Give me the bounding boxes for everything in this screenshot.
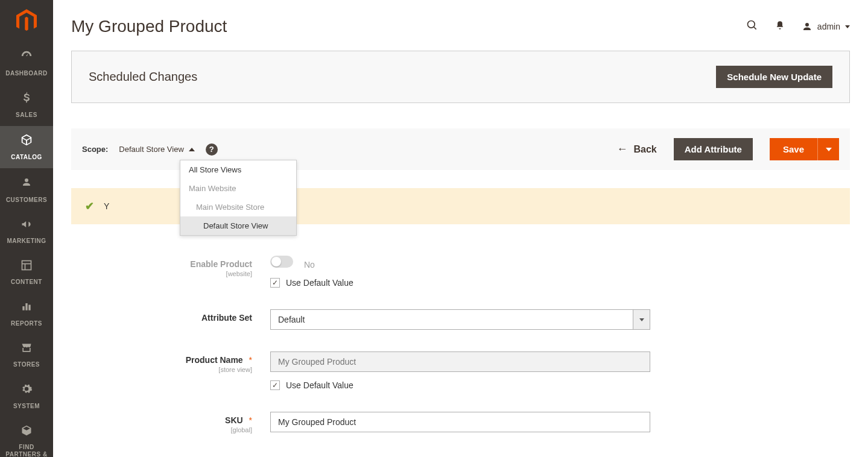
use-default-row: ✓ Use Default Value [270, 278, 650, 288]
sidebar-label: DASHBOARD [5, 70, 48, 77]
field-col [270, 309, 650, 330]
sku-scope: [global] [71, 426, 252, 433]
field-col [270, 412, 650, 432]
chevron-up-icon [189, 148, 195, 151]
sku-row: SKU * [global] [71, 412, 850, 433]
add-attribute-button[interactable]: Add Attribute [674, 138, 753, 160]
field-col: No ✓ Use Default Value [270, 256, 650, 288]
save-button-group: Save [770, 138, 839, 160]
attribute-set-row: Attribute Set [71, 309, 850, 330]
sidebar-item-stores[interactable]: STORES [0, 335, 53, 376]
sku-input[interactable] [270, 412, 650, 432]
save-button[interactable]: Save [770, 138, 817, 160]
actions-bar: Scope: Default Store View ? Back Add Att… [71, 128, 850, 170]
sidebar-label: CONTENT [11, 279, 42, 286]
back-label: Back [633, 144, 656, 155]
field-col: ✓ Use Default Value [270, 351, 650, 390]
scope-option-main-website-store: Main Website Store [180, 198, 296, 216]
required-indicator: * [249, 415, 252, 425]
label-col: SKU * [global] [71, 412, 270, 433]
sidebar-label: SALES [16, 112, 37, 119]
scope-selector[interactable]: Default Store View [119, 145, 194, 154]
search-icon[interactable] [746, 19, 758, 34]
sidebar-label: REPORTS [11, 320, 42, 327]
product-name-label: Product Name [186, 355, 243, 365]
chevron-down-icon [639, 318, 644, 321]
sidebar-item-sales[interactable]: SALES [0, 84, 53, 125]
sidebar-label: STORES [13, 361, 40, 368]
magento-icon [16, 9, 37, 33]
use-default-label: Use Default Value [286, 278, 353, 288]
right-actions: Back Add Attribute Save [616, 138, 839, 160]
sidebar-item-reports[interactable]: REPORTS [0, 293, 53, 334]
sidebar-item-marketing[interactable]: MARKETING [0, 211, 53, 252]
chevron-down-icon [845, 25, 850, 28]
admin-username: admin [817, 22, 840, 31]
sidebar-label: FIND PARTNERS & EXTENSIONS [2, 444, 51, 457]
product-name-row: Product Name * [store view] ✓ Use Defaul… [71, 351, 850, 390]
schedule-new-update-button[interactable]: Schedule New Update [716, 66, 832, 88]
banner-message: Y [104, 201, 109, 211]
magento-logo[interactable] [0, 0, 53, 42]
scope-label: Scope: [82, 145, 108, 154]
sidebar-label: MARKETING [7, 238, 46, 245]
attribute-set-input[interactable] [270, 309, 633, 330]
sidebar-label: SYSTEM [13, 403, 40, 410]
back-button[interactable]: Back [616, 143, 656, 156]
sidebar-item-partners[interactable]: FIND PARTNERS & EXTENSIONS [0, 417, 53, 457]
arrow-left-icon [616, 143, 627, 156]
scope-dropdown: All Store Views Main Website Main Websit… [180, 160, 297, 236]
enable-product-toggle[interactable] [270, 256, 293, 268]
sidebar-item-catalog[interactable]: CATALOG [0, 126, 53, 168]
dollar-icon [21, 92, 33, 107]
product-name-default-checkbox[interactable]: ✓ [270, 380, 280, 390]
main-content: My Grouped Product admin Scheduled Chang… [53, 0, 868, 457]
page-title: My Grouped Product [71, 17, 227, 36]
scheduled-changes-title: Scheduled Changes [89, 70, 197, 84]
svg-rect-4 [25, 303, 27, 310]
sidebar-label: CUSTOMERS [6, 197, 47, 204]
sidebar-item-content[interactable]: CONTENT [0, 252, 53, 293]
svg-rect-5 [28, 305, 30, 310]
svg-point-6 [747, 20, 755, 28]
admin-sidebar: DASHBOARD SALES CATALOG CUSTOMERS MARKET… [0, 0, 53, 457]
sidebar-item-customers[interactable]: CUSTOMERS [0, 168, 53, 210]
enable-product-default-checkbox[interactable]: ✓ [270, 278, 280, 288]
save-dropdown-toggle[interactable] [817, 138, 839, 160]
product-name-scope: [store view] [71, 366, 252, 373]
svg-rect-3 [22, 306, 24, 310]
sidebar-item-system[interactable]: SYSTEM [0, 376, 53, 417]
attribute-set-toggle[interactable] [633, 309, 650, 330]
label-col: Attribute Set [71, 309, 270, 323]
sku-label: SKU [225, 415, 243, 425]
bullhorn-icon [20, 218, 33, 234]
chevron-down-icon [826, 148, 832, 151]
person-icon [21, 175, 32, 192]
sidebar-item-dashboard[interactable]: DASHBOARD [0, 42, 53, 84]
product-name-input[interactable] [270, 351, 650, 372]
label-col: Product Name * [store view] [71, 351, 270, 373]
scope-wrap: Scope: Default Store View ? [82, 143, 218, 156]
enable-product-toggle-label: No [304, 260, 315, 269]
svg-rect-0 [22, 260, 31, 269]
attribute-set-select[interactable] [270, 309, 650, 330]
scope-option-all-store-views[interactable]: All Store Views [180, 160, 296, 179]
sidebar-label: CATALOG [11, 154, 42, 161]
help-icon[interactable]: ? [206, 143, 218, 156]
scope-option-default-store-view[interactable]: Default Store View [180, 216, 296, 235]
label-col: Enable Product [website] [71, 256, 270, 277]
required-indicator: * [249, 355, 252, 365]
scope-selected-value: Default Store View [119, 145, 183, 154]
svg-line-7 [753, 27, 756, 29]
enable-product-scope: [website] [71, 270, 252, 277]
enable-product-row: Enable Product [website] No ✓ Use Defaul… [71, 256, 850, 288]
attribute-set-label: Attribute Set [71, 313, 252, 323]
enable-product-label: Enable Product [71, 259, 252, 269]
bars-icon [21, 300, 33, 316]
page-header: My Grouped Product admin [71, 0, 850, 51]
cube-icon [20, 133, 33, 150]
admin-user-menu[interactable]: admin [802, 21, 850, 32]
puzzle-icon [21, 424, 33, 440]
bell-icon[interactable] [775, 20, 785, 34]
gear-icon [21, 383, 33, 399]
